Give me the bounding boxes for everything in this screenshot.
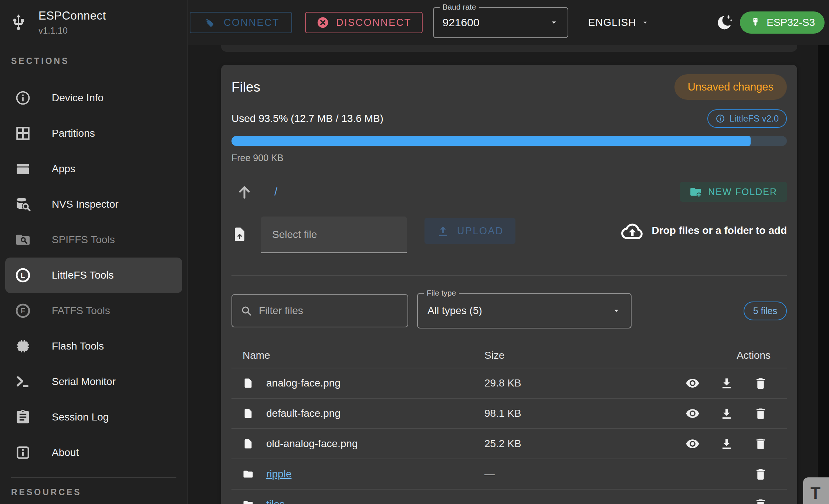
download-button[interactable] bbox=[720, 375, 736, 391]
file-table-header: Name Size Actions bbox=[231, 343, 787, 368]
file-count-badge: 5 files bbox=[744, 302, 787, 320]
connect-button-label: CONNECT bbox=[224, 17, 280, 28]
trash-icon bbox=[754, 497, 768, 504]
delete-button[interactable] bbox=[754, 405, 770, 422]
sidebar-divider bbox=[11, 477, 176, 478]
file-type-select[interactable]: File type All types (5) bbox=[417, 293, 632, 328]
drop-zone-hint: Drop files or a folder to add bbox=[652, 225, 787, 236]
search-icon bbox=[240, 305, 252, 317]
info-circle-icon bbox=[13, 88, 33, 108]
sidebar-item-nvs-inspector[interactable]: NVS Inspector bbox=[5, 187, 182, 222]
sidebar-item-littlefs-tools[interactable]: L LittleFS Tools bbox=[5, 258, 182, 293]
preview-button[interactable] bbox=[686, 405, 702, 422]
cloud-upload-icon bbox=[620, 221, 644, 240]
language-label: ENGLISH bbox=[588, 17, 636, 28]
delete-button[interactable] bbox=[754, 436, 770, 452]
table-row: tiles — bbox=[231, 489, 787, 504]
sidebar-item-about[interactable]: About bbox=[5, 435, 182, 470]
table-row: old-analog-face.png 25.2 KB bbox=[231, 428, 787, 459]
main-content: Files Unsaved changes Used 93.5% (12.7 M… bbox=[188, 45, 829, 504]
file-type-value: All types (5) bbox=[427, 305, 482, 317]
download-icon bbox=[720, 406, 734, 420]
download-button[interactable] bbox=[720, 436, 736, 452]
new-folder-button[interactable]: NEW FOLDER bbox=[680, 182, 787, 202]
column-header-name: Name bbox=[231, 350, 484, 361]
usage-progress-fill bbox=[231, 136, 751, 146]
info-square-icon bbox=[13, 442, 33, 463]
chevron-down-icon bbox=[549, 18, 559, 27]
sidebar-item-spiffs-tools: SPIFFS Tools bbox=[5, 222, 182, 258]
sidebar-item-apps[interactable]: Apps bbox=[5, 151, 182, 187]
file-size: 25.2 KB bbox=[484, 438, 665, 450]
language-menu[interactable]: ENGLISH bbox=[588, 17, 650, 28]
usb-drive-icon bbox=[202, 16, 216, 30]
table-icon bbox=[13, 123, 33, 144]
sidebar-item-serial-monitor[interactable]: Serial Monitor bbox=[5, 364, 182, 399]
column-header-actions: Actions bbox=[665, 350, 787, 361]
baud-rate-value: 921600 bbox=[443, 16, 480, 29]
file-table: Name Size Actions analog-face.png 29.8 K… bbox=[231, 343, 787, 504]
file-type-label: File type bbox=[424, 289, 459, 297]
eye-icon bbox=[686, 406, 700, 420]
sidebar-item-partitions[interactable]: Partitions bbox=[5, 116, 182, 151]
delete-button[interactable] bbox=[754, 375, 770, 391]
download-button[interactable] bbox=[720, 405, 736, 422]
drop-zone[interactable]: Drop files or a folder to add bbox=[620, 221, 787, 240]
file-size: 29.8 KB bbox=[484, 377, 665, 389]
connect-button[interactable]: CONNECT bbox=[190, 12, 292, 33]
sidebar-item-device-info[interactable]: Device Info bbox=[5, 80, 182, 116]
divider bbox=[231, 275, 787, 276]
delete-button[interactable] bbox=[754, 496, 770, 504]
svg-text:F: F bbox=[21, 307, 25, 315]
resources-label: RESOURCES bbox=[11, 487, 187, 497]
upload-icon bbox=[436, 224, 450, 238]
window-icon bbox=[13, 159, 33, 179]
chevron-down-icon bbox=[641, 18, 649, 27]
doc-icon bbox=[243, 438, 254, 450]
filesystem-badge[interactable]: LittleFS v2.0 bbox=[707, 109, 787, 128]
file-name: default-face.png bbox=[266, 408, 341, 419]
right-column: CONNECT DISCONNECT Baud rate 921600 ENGL… bbox=[188, 0, 829, 504]
usage-text: Used 93.5% (12.7 MB / 13.6 MB) bbox=[231, 113, 383, 125]
doc-icon bbox=[243, 408, 254, 419]
up-arrow-icon bbox=[236, 183, 253, 200]
device-badge[interactable]: ESP32-S3 bbox=[740, 11, 825, 34]
filesystem-badge-label: LittleFS v2.0 bbox=[730, 113, 779, 124]
file-name[interactable]: ripple bbox=[266, 468, 291, 480]
file-name[interactable]: tiles bbox=[266, 498, 285, 504]
breadcrumb[interactable]: / bbox=[274, 186, 277, 198]
upload-button-label: UPLOAD bbox=[457, 225, 504, 237]
baud-rate-select[interactable]: Baud rate 921600 bbox=[433, 7, 568, 38]
delete-button[interactable] bbox=[754, 466, 770, 482]
scroll-top-button[interactable]: T bbox=[803, 477, 829, 504]
preview-button[interactable] bbox=[686, 375, 702, 391]
new-folder-button-label: NEW FOLDER bbox=[708, 187, 777, 197]
svg-text:L: L bbox=[21, 271, 25, 279]
folder-icon bbox=[243, 498, 254, 504]
scrollbar-track[interactable] bbox=[818, 45, 829, 504]
clipboard-icon bbox=[13, 407, 33, 428]
app-root: ESPConnect v1.1.10 SECTIONS Device Info … bbox=[0, 0, 829, 504]
chip-icon bbox=[13, 336, 33, 357]
sections-label: SECTIONS bbox=[11, 56, 187, 66]
sidebar-header: ESPConnect v1.1.10 bbox=[0, 0, 187, 35]
column-header-size: Size bbox=[484, 350, 665, 361]
file-name: analog-face.png bbox=[266, 377, 341, 389]
sidebar-item-session-log[interactable]: Session Log bbox=[5, 399, 182, 435]
navigate-up-button[interactable] bbox=[236, 183, 253, 200]
sidebar-item-fatfs-tools: F FATFS Tools bbox=[5, 293, 182, 328]
folder-plus-icon bbox=[690, 185, 702, 198]
disconnect-button[interactable]: DISCONNECT bbox=[305, 12, 423, 33]
table-row: analog-face.png 29.8 KB bbox=[231, 368, 787, 398]
usage-progress-bar bbox=[231, 136, 787, 146]
select-file-input[interactable]: Select file bbox=[261, 217, 407, 253]
preview-button[interactable] bbox=[686, 436, 702, 452]
app-version: v1.1.10 bbox=[38, 25, 106, 36]
sidebar-item-flash-tools[interactable]: Flash Tools bbox=[5, 328, 182, 364]
download-icon bbox=[720, 437, 734, 451]
dark-mode-toggle[interactable] bbox=[715, 14, 733, 31]
download-icon bbox=[720, 376, 734, 390]
sidebar: ESPConnect v1.1.10 SECTIONS Device Info … bbox=[0, 0, 188, 504]
upload-button[interactable]: UPLOAD bbox=[424, 218, 515, 244]
filter-files-input[interactable]: Filter files bbox=[231, 294, 408, 327]
